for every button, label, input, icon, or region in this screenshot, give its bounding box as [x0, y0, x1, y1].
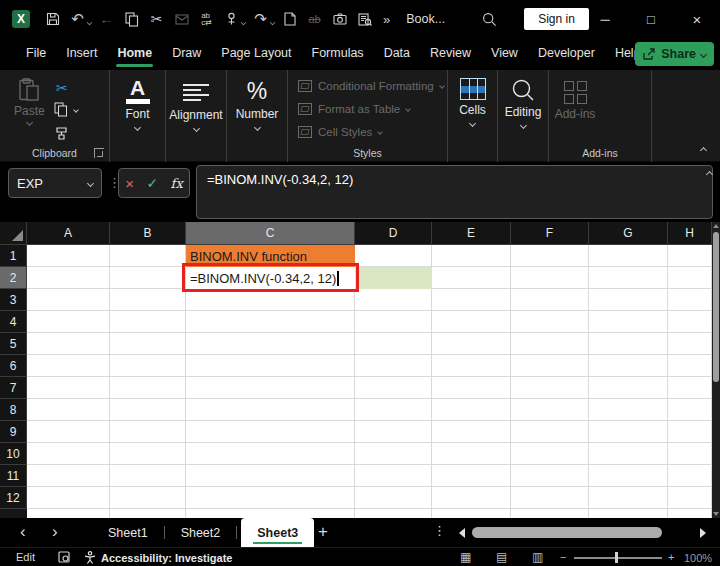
zoom-slider-handle[interactable]: [615, 552, 618, 563]
tab-formulas[interactable]: Formulas: [302, 39, 374, 69]
camera-icon[interactable]: [327, 6, 352, 32]
copy-icon[interactable]: [54, 102, 78, 117]
accessibility-status[interactable]: Accessibility: Investigate: [84, 551, 232, 564]
column-header-A[interactable]: A: [27, 222, 110, 245]
close-button[interactable]: ×: [674, 0, 720, 38]
hscroll-left-icon[interactable]: [459, 528, 465, 538]
addins-button[interactable]: Add-ins: [549, 78, 601, 121]
vertical-scrollbar-thumb[interactable]: [713, 232, 719, 382]
redo-icon[interactable]: ↷: [248, 6, 273, 32]
row-header-11[interactable]: 11: [0, 465, 27, 487]
row-header-1[interactable]: 1: [0, 245, 27, 267]
row-header-5[interactable]: 5: [0, 333, 27, 355]
add-sheet-button[interactable]: +: [318, 522, 328, 542]
next-sheet-icon[interactable]: ›: [52, 523, 58, 541]
copy-icon[interactable]: [119, 6, 144, 32]
paste-button[interactable]: Paste: [14, 78, 45, 125]
column-header-F[interactable]: F: [511, 222, 589, 245]
format-as-table-button[interactable]: Format as Table: [298, 103, 410, 115]
undo-icon[interactable]: ↶: [65, 6, 90, 32]
row-header-7[interactable]: 7: [0, 377, 27, 399]
collapse-ribbon-icon[interactable]: [700, 147, 707, 154]
column-header-H[interactable]: H: [668, 222, 712, 245]
tab-developer[interactable]: Developer: [528, 39, 605, 69]
vertical-scrollbar[interactable]: [712, 222, 720, 518]
row-header-10[interactable]: 10: [0, 443, 27, 465]
page-layout-view-icon[interactable]: ▤: [496, 550, 507, 564]
column-header-E[interactable]: E: [432, 222, 511, 245]
insert-function-icon[interactable]: fx: [171, 176, 183, 191]
hscroll-right-icon[interactable]: [700, 528, 706, 538]
tab-insert[interactable]: Insert: [56, 39, 107, 69]
clipboard-dialog-launcher-icon[interactable]: [94, 148, 104, 158]
name-box-dropdown-icon[interactable]: [87, 179, 94, 186]
scroll-down-icon[interactable]: [713, 512, 719, 516]
tab-review[interactable]: Review: [420, 39, 481, 69]
maximize-button[interactable]: □: [628, 0, 674, 38]
name-box[interactable]: EXP: [8, 168, 102, 198]
cell-C2[interactable]: =BINOM.INV(-0.34,2, 12): [186, 267, 355, 289]
select-all-button[interactable]: [0, 222, 27, 245]
zoom-slider[interactable]: [574, 557, 662, 559]
cell-C1[interactable]: BINOM.INV function: [186, 245, 355, 267]
save-icon[interactable]: [40, 6, 65, 32]
editing-button[interactable]: Editing: [498, 78, 548, 128]
conditional-formatting-button[interactable]: Conditional Formatting: [298, 80, 444, 92]
previous-sheet-icon[interactable]: ‹: [20, 523, 26, 541]
zoom-level[interactable]: 100%: [684, 552, 712, 564]
column-header-D[interactable]: D: [355, 222, 432, 245]
sheet-tab-sheet1[interactable]: Sheet1: [92, 518, 164, 547]
redo-dropdown-icon[interactable]: [270, 19, 276, 25]
row-header-6[interactable]: 6: [0, 355, 27, 377]
cancel-icon[interactable]: ×: [125, 175, 134, 192]
overflow-icon[interactable]: »: [383, 12, 390, 27]
share-button[interactable]: Share: [635, 42, 714, 66]
new-file-icon[interactable]: [277, 6, 302, 32]
tab-draw[interactable]: Draw: [162, 39, 211, 69]
tab-data[interactable]: Data: [374, 39, 420, 69]
macro-record-icon[interactable]: [58, 551, 70, 565]
touch-mode-dropdown-icon[interactable]: [241, 19, 247, 25]
page-break-preview-icon[interactable]: ▥: [532, 550, 543, 564]
cell-D2[interactable]: [355, 267, 432, 289]
cut-icon[interactable]: ✂: [56, 80, 68, 96]
format-painter-icon[interactable]: [55, 126, 69, 140]
row-header-4[interactable]: 4: [0, 311, 27, 333]
tab-file[interactable]: File: [16, 39, 56, 69]
row-header-12[interactable]: 12: [0, 487, 27, 509]
zoom-out-icon[interactable]: −: [560, 551, 566, 563]
cut-icon[interactable]: ✂: [144, 6, 169, 32]
font-button[interactable]: A Font: [110, 78, 165, 130]
zoom-in-icon[interactable]: +: [668, 551, 674, 563]
row-header-9[interactable]: 9: [0, 421, 27, 443]
column-header-C[interactable]: C: [186, 222, 355, 245]
formula-bar-input[interactable]: =BINOM.INV(-0.34,2, 12): [196, 165, 713, 219]
sheet-options-icon[interactable]: ⋮: [433, 523, 446, 538]
scroll-up-icon[interactable]: [713, 224, 719, 228]
horizontal-scrollbar[interactable]: [470, 527, 694, 538]
tab-view[interactable]: View: [481, 39, 528, 69]
enter-icon[interactable]: ✓: [146, 175, 158, 191]
column-header-G[interactable]: G: [589, 222, 668, 245]
row-header-3[interactable]: 3: [0, 289, 27, 311]
search-icon[interactable]: [477, 6, 502, 32]
undo-dropdown-icon[interactable]: [87, 19, 93, 25]
preview-icon[interactable]: [352, 6, 377, 32]
minimize-button[interactable]: ─: [582, 0, 628, 38]
cells-button[interactable]: Cells: [448, 78, 497, 126]
row-header-8[interactable]: 8: [0, 399, 27, 421]
row-header-2[interactable]: 2: [0, 267, 27, 289]
alignment-button[interactable]: Alignment: [166, 78, 226, 131]
number-button[interactable]: % Number: [227, 78, 287, 130]
tab-home[interactable]: Home: [107, 39, 162, 69]
horizontal-scrollbar-thumb[interactable]: [472, 527, 662, 538]
normal-view-icon[interactable]: ▦: [460, 550, 471, 564]
column-header-B[interactable]: B: [110, 222, 186, 245]
sheet-tab-sheet2[interactable]: Sheet2: [165, 518, 237, 547]
tab-page-layout[interactable]: Page Layout: [211, 39, 301, 69]
cell-styles-button[interactable]: Cell Styles: [298, 126, 382, 138]
sign-in-button[interactable]: Sign in: [524, 8, 589, 30]
touch-mode-icon[interactable]: [219, 6, 244, 32]
replace-icon[interactable]: abc⇄: [194, 6, 219, 32]
sheet-tab-sheet3[interactable]: Sheet3: [241, 518, 314, 547]
